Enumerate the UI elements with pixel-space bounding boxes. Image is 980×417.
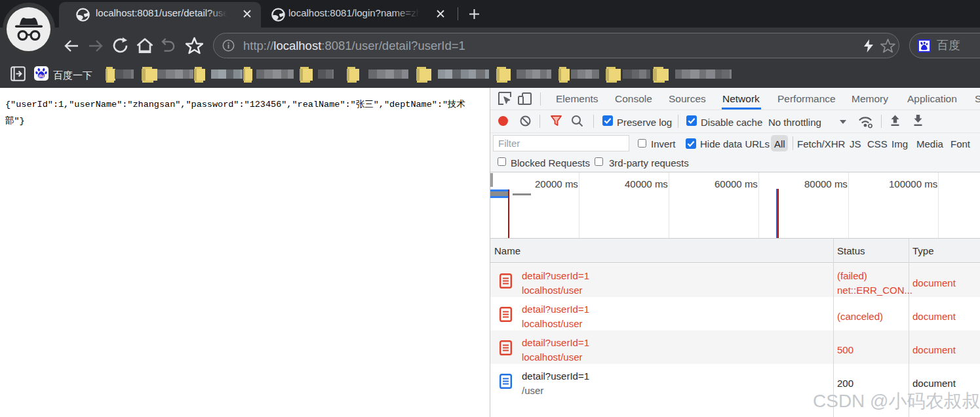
- svg-text:du: du: [39, 73, 45, 78]
